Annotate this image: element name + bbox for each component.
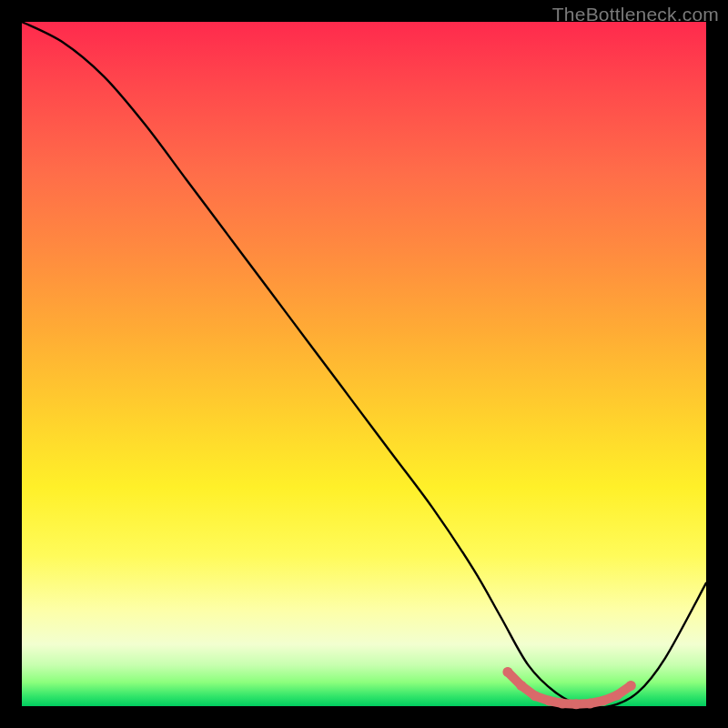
marker-point [558,698,568,708]
marker-point [585,698,595,708]
marker-point [571,699,581,709]
chart-svg [22,22,706,706]
plot-area [22,22,706,706]
marker-point [531,691,541,701]
chart-frame: TheBottleneck.com [0,0,728,728]
marker-connector [508,672,631,703]
marker-point [612,690,622,700]
marker-point [599,695,609,705]
bottleneck-curve [22,22,706,708]
marker-point [502,667,512,677]
optimal-region-markers [502,667,635,709]
marker-point [544,695,554,705]
marker-point [516,681,526,691]
marker-point [626,681,636,691]
